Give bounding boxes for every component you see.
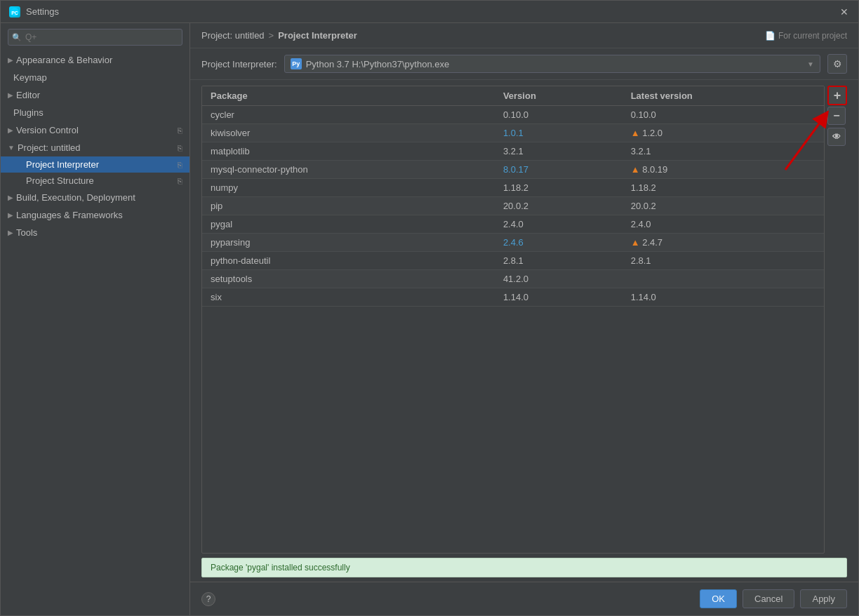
package-name: matplotlib <box>202 142 495 161</box>
expand-arrow-project: ▼ <box>8 144 15 152</box>
expand-arrow-tools: ▶ <box>8 229 13 236</box>
package-version: 2.4.0 <box>495 215 622 234</box>
package-name: cycler <box>202 106 495 124</box>
interpreter-dropdown[interactable]: Py Python 3.7 H:\Python37\python.exe ▼ <box>284 55 820 73</box>
copy-icon-vc: ⎘ <box>178 126 182 135</box>
sidebar-item-appearance-behavior[interactable]: ▶ Appearance & Behavior <box>1 51 189 69</box>
help-button[interactable]: ? <box>201 592 215 606</box>
main-panel: Project: untitled > Project Interpreter … <box>190 23 858 615</box>
table-row[interactable]: mysql-connector-python8.0.17▲ 8.0.19 <box>202 161 824 179</box>
package-latest-version: 1.14.0 <box>622 288 824 307</box>
copy-icon-project: ⎘ <box>178 144 182 152</box>
col-version: Version <box>495 86 622 106</box>
sidebar-item-plugins[interactable]: Plugins <box>1 104 189 121</box>
package-latest-version: 0.10.0 <box>622 106 824 124</box>
package-name: pygal <box>202 215 495 234</box>
package-name: numpy <box>202 179 495 197</box>
package-latest-version: 2.8.1 <box>622 252 824 270</box>
footer-actions: OK Cancel Apply <box>700 589 847 608</box>
package-latest-version: 3.2.1 <box>622 142 824 161</box>
apply-button[interactable]: Apply <box>800 589 847 608</box>
for-current-project: 📄 For current project <box>765 31 847 41</box>
package-latest-version <box>622 270 824 288</box>
interpreter-value: Python 3.7 H:\Python37\python.exe <box>306 59 803 69</box>
sidebar-item-keymap[interactable]: Keymap <box>1 69 189 86</box>
title-bar-left: PC Settings <box>9 6 59 18</box>
sidebar-item-editor[interactable]: ▶ Editor <box>1 86 189 104</box>
table-row[interactable]: python-dateutil2.8.12.8.1 <box>202 252 824 270</box>
svg-text:PC: PC <box>11 10 18 15</box>
package-name: python-dateutil <box>202 252 495 270</box>
package-latest-version: ▲ 8.0.19 <box>622 161 824 179</box>
package-version: 20.0.2 <box>495 197 622 215</box>
interpreter-label: Project Interpreter: <box>201 59 277 69</box>
table-row[interactable]: setuptools41.2.0 <box>202 270 824 288</box>
package-version: 1.18.2 <box>495 179 622 197</box>
toolbar-column: + − 👁 <box>827 86 847 554</box>
footer: ? OK Cancel Apply <box>190 582 858 615</box>
expand-arrow-lang: ▶ <box>8 211 13 219</box>
package-version: 41.2.0 <box>495 270 622 288</box>
ok-button[interactable]: OK <box>700 589 737 608</box>
app-icon: PC <box>9 6 20 18</box>
cancel-button[interactable]: Cancel <box>743 589 794 608</box>
interpreter-settings-button[interactable]: ⚙ <box>827 54 847 74</box>
search-input[interactable] <box>8 29 182 46</box>
search-box[interactable]: 🔍 <box>8 29 182 46</box>
package-version: 1.14.0 <box>495 288 622 307</box>
expand-arrow-vc: ▶ <box>8 126 13 134</box>
title-bar: PC Settings ✕ <box>1 1 858 23</box>
table-row[interactable]: pip20.0.220.0.2 <box>202 197 824 215</box>
package-name: kiwisolver <box>202 124 495 142</box>
table-row[interactable]: kiwisolver1.0.1▲ 1.2.0 <box>202 124 824 142</box>
sidebar: 🔍 ▶ Appearance & Behavior Keymap ▶ Edito… <box>1 23 190 615</box>
status-message: Package 'pygal' installed successfully <box>211 563 350 573</box>
remove-package-button[interactable]: − <box>827 107 846 125</box>
table-row[interactable]: numpy1.18.21.18.2 <box>202 179 824 197</box>
package-version: 8.0.17 <box>495 161 622 179</box>
table-and-toolbar: Package Version Latest version <box>190 80 858 554</box>
package-name: setuptools <box>202 270 495 288</box>
sidebar-item-project-structure[interactable]: Project Structure ⎘ <box>1 173 189 189</box>
col-package: Package <box>202 86 495 106</box>
package-latest-version: ▲ 2.4.7 <box>622 234 824 252</box>
package-name: six <box>202 288 495 307</box>
settings-window: PC Settings ✕ 🔍 ▶ Appearance & Behavior … <box>0 0 859 616</box>
expand-arrow-build: ▶ <box>8 194 13 201</box>
table-row[interactable]: pygal2.4.02.4.0 <box>202 215 824 234</box>
sidebar-item-languages-frameworks[interactable]: ▶ Languages & Frameworks <box>1 206 189 224</box>
expand-arrow-editor: ▶ <box>8 91 13 99</box>
project-icon: 📄 <box>765 31 775 41</box>
copy-icon-interpreter: ⎘ <box>178 161 182 169</box>
package-version: 0.10.0 <box>495 106 622 124</box>
sidebar-item-tools[interactable]: ▶ Tools <box>1 224 189 241</box>
close-button[interactable]: ✕ <box>839 6 850 18</box>
dropdown-arrow: ▼ <box>807 60 814 68</box>
sidebar-item-version-control[interactable]: ▶ Version Control ⎘ <box>1 121 189 139</box>
package-latest-version: 2.4.0 <box>622 215 824 234</box>
sidebar-item-project-untitled[interactable]: ▼ Project: untitled ⎘ <box>1 139 189 156</box>
breadcrumb-separator: > <box>269 30 274 41</box>
main-content: 🔍 ▶ Appearance & Behavior Keymap ▶ Edito… <box>1 23 858 615</box>
package-version: 3.2.1 <box>495 142 622 161</box>
sidebar-item-build-execution[interactable]: ▶ Build, Execution, Deployment <box>1 189 189 206</box>
package-version: 2.8.1 <box>495 252 622 270</box>
search-icon: 🔍 <box>12 33 22 42</box>
sidebar-item-project-interpreter[interactable]: Project Interpreter ⎘ <box>1 156 189 173</box>
package-table-container[interactable]: Package Version Latest version <box>201 86 825 554</box>
add-package-button[interactable]: + <box>827 86 847 105</box>
package-latest-version: ▲ 1.2.0 <box>622 124 824 142</box>
interpreter-bar: Project Interpreter: Py Python 3.7 H:\Py… <box>190 48 858 80</box>
package-version: 1.0.1 <box>495 124 622 142</box>
table-row[interactable]: pyparsing2.4.6▲ 2.4.7 <box>202 234 824 252</box>
package-name: mysql-connector-python <box>202 161 495 179</box>
table-row[interactable]: cycler0.10.00.10.0 <box>202 106 824 124</box>
breadcrumb-current: Project Interpreter <box>278 30 357 41</box>
breadcrumb: Project: untitled > Project Interpreter … <box>190 23 858 48</box>
table-row[interactable]: six1.14.01.14.0 <box>202 288 824 307</box>
copy-icon-structure: ⎘ <box>178 177 182 185</box>
package-latest-version: 20.0.2 <box>622 197 824 215</box>
package-latest-version: 1.18.2 <box>622 179 824 197</box>
table-row[interactable]: matplotlib3.2.13.2.1 <box>202 142 824 161</box>
eye-button[interactable]: 👁 <box>827 128 846 146</box>
